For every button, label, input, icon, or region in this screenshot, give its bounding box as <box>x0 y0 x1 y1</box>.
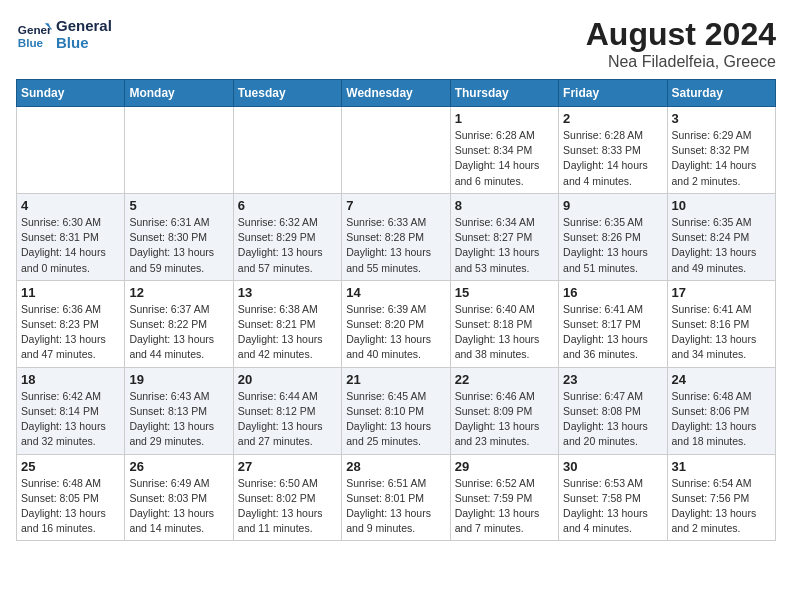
logo-icon: General Blue <box>16 16 52 52</box>
day-info: Sunrise: 6:50 AM Sunset: 8:02 PM Dayligh… <box>238 476 337 537</box>
day-info: Sunrise: 6:54 AM Sunset: 7:56 PM Dayligh… <box>672 476 771 537</box>
calendar-cell: 23Sunrise: 6:47 AM Sunset: 8:08 PM Dayli… <box>559 367 667 454</box>
day-info: Sunrise: 6:34 AM Sunset: 8:27 PM Dayligh… <box>455 215 554 276</box>
calendar-cell: 21Sunrise: 6:45 AM Sunset: 8:10 PM Dayli… <box>342 367 450 454</box>
logo-blue: Blue <box>56 34 112 51</box>
day-info: Sunrise: 6:33 AM Sunset: 8:28 PM Dayligh… <box>346 215 445 276</box>
day-info: Sunrise: 6:44 AM Sunset: 8:12 PM Dayligh… <box>238 389 337 450</box>
day-number: 19 <box>129 372 228 387</box>
weekday-header: Friday <box>559 80 667 107</box>
calendar-cell: 6Sunrise: 6:32 AM Sunset: 8:29 PM Daylig… <box>233 193 341 280</box>
logo-general: General <box>56 17 112 34</box>
day-number: 2 <box>563 111 662 126</box>
day-number: 3 <box>672 111 771 126</box>
day-info: Sunrise: 6:52 AM Sunset: 7:59 PM Dayligh… <box>455 476 554 537</box>
calendar-cell: 31Sunrise: 6:54 AM Sunset: 7:56 PM Dayli… <box>667 454 775 541</box>
day-number: 24 <box>672 372 771 387</box>
weekday-header: Saturday <box>667 80 775 107</box>
calendar-cell: 11Sunrise: 6:36 AM Sunset: 8:23 PM Dayli… <box>17 280 125 367</box>
day-number: 18 <box>21 372 120 387</box>
calendar-cell: 1Sunrise: 6:28 AM Sunset: 8:34 PM Daylig… <box>450 107 558 194</box>
month-year: August 2024 <box>586 16 776 53</box>
day-number: 31 <box>672 459 771 474</box>
calendar-cell: 12Sunrise: 6:37 AM Sunset: 8:22 PM Dayli… <box>125 280 233 367</box>
calendar-cell: 4Sunrise: 6:30 AM Sunset: 8:31 PM Daylig… <box>17 193 125 280</box>
day-number: 27 <box>238 459 337 474</box>
day-number: 15 <box>455 285 554 300</box>
calendar-cell: 15Sunrise: 6:40 AM Sunset: 8:18 PM Dayli… <box>450 280 558 367</box>
day-number: 28 <box>346 459 445 474</box>
calendar-cell: 13Sunrise: 6:38 AM Sunset: 8:21 PM Dayli… <box>233 280 341 367</box>
calendar-week-row: 25Sunrise: 6:48 AM Sunset: 8:05 PM Dayli… <box>17 454 776 541</box>
day-number: 21 <box>346 372 445 387</box>
day-info: Sunrise: 6:46 AM Sunset: 8:09 PM Dayligh… <box>455 389 554 450</box>
calendar-cell: 19Sunrise: 6:43 AM Sunset: 8:13 PM Dayli… <box>125 367 233 454</box>
calendar-cell: 28Sunrise: 6:51 AM Sunset: 8:01 PM Dayli… <box>342 454 450 541</box>
day-number: 11 <box>21 285 120 300</box>
calendar-cell: 17Sunrise: 6:41 AM Sunset: 8:16 PM Dayli… <box>667 280 775 367</box>
location: Nea Filadelfeia, Greece <box>586 53 776 71</box>
day-info: Sunrise: 6:49 AM Sunset: 8:03 PM Dayligh… <box>129 476 228 537</box>
day-number: 16 <box>563 285 662 300</box>
day-number: 22 <box>455 372 554 387</box>
calendar-cell <box>125 107 233 194</box>
calendar-cell: 22Sunrise: 6:46 AM Sunset: 8:09 PM Dayli… <box>450 367 558 454</box>
logo: General Blue General Blue <box>16 16 112 52</box>
day-info: Sunrise: 6:48 AM Sunset: 8:05 PM Dayligh… <box>21 476 120 537</box>
day-number: 20 <box>238 372 337 387</box>
calendar-cell: 5Sunrise: 6:31 AM Sunset: 8:30 PM Daylig… <box>125 193 233 280</box>
day-info: Sunrise: 6:35 AM Sunset: 8:26 PM Dayligh… <box>563 215 662 276</box>
weekday-header: Tuesday <box>233 80 341 107</box>
day-info: Sunrise: 6:29 AM Sunset: 8:32 PM Dayligh… <box>672 128 771 189</box>
day-info: Sunrise: 6:36 AM Sunset: 8:23 PM Dayligh… <box>21 302 120 363</box>
title-block: August 2024 Nea Filadelfeia, Greece <box>586 16 776 71</box>
calendar-cell: 7Sunrise: 6:33 AM Sunset: 8:28 PM Daylig… <box>342 193 450 280</box>
calendar-header-row: SundayMondayTuesdayWednesdayThursdayFrid… <box>17 80 776 107</box>
day-number: 23 <box>563 372 662 387</box>
weekday-header: Thursday <box>450 80 558 107</box>
day-number: 12 <box>129 285 228 300</box>
day-info: Sunrise: 6:40 AM Sunset: 8:18 PM Dayligh… <box>455 302 554 363</box>
day-info: Sunrise: 6:35 AM Sunset: 8:24 PM Dayligh… <box>672 215 771 276</box>
day-info: Sunrise: 6:32 AM Sunset: 8:29 PM Dayligh… <box>238 215 337 276</box>
day-number: 1 <box>455 111 554 126</box>
day-number: 9 <box>563 198 662 213</box>
calendar-cell <box>17 107 125 194</box>
calendar-cell: 8Sunrise: 6:34 AM Sunset: 8:27 PM Daylig… <box>450 193 558 280</box>
calendar: SundayMondayTuesdayWednesdayThursdayFrid… <box>16 79 776 541</box>
svg-text:Blue: Blue <box>18 36 44 49</box>
page-header: General Blue General Blue August 2024 Ne… <box>16 16 776 71</box>
day-info: Sunrise: 6:41 AM Sunset: 8:17 PM Dayligh… <box>563 302 662 363</box>
calendar-cell: 18Sunrise: 6:42 AM Sunset: 8:14 PM Dayli… <box>17 367 125 454</box>
calendar-week-row: 18Sunrise: 6:42 AM Sunset: 8:14 PM Dayli… <box>17 367 776 454</box>
day-info: Sunrise: 6:30 AM Sunset: 8:31 PM Dayligh… <box>21 215 120 276</box>
day-info: Sunrise: 6:37 AM Sunset: 8:22 PM Dayligh… <box>129 302 228 363</box>
calendar-week-row: 4Sunrise: 6:30 AM Sunset: 8:31 PM Daylig… <box>17 193 776 280</box>
calendar-cell: 29Sunrise: 6:52 AM Sunset: 7:59 PM Dayli… <box>450 454 558 541</box>
calendar-cell: 26Sunrise: 6:49 AM Sunset: 8:03 PM Dayli… <box>125 454 233 541</box>
day-number: 8 <box>455 198 554 213</box>
weekday-header: Sunday <box>17 80 125 107</box>
day-info: Sunrise: 6:47 AM Sunset: 8:08 PM Dayligh… <box>563 389 662 450</box>
day-number: 30 <box>563 459 662 474</box>
day-info: Sunrise: 6:39 AM Sunset: 8:20 PM Dayligh… <box>346 302 445 363</box>
day-info: Sunrise: 6:45 AM Sunset: 8:10 PM Dayligh… <box>346 389 445 450</box>
day-info: Sunrise: 6:53 AM Sunset: 7:58 PM Dayligh… <box>563 476 662 537</box>
day-info: Sunrise: 6:43 AM Sunset: 8:13 PM Dayligh… <box>129 389 228 450</box>
day-number: 5 <box>129 198 228 213</box>
day-number: 13 <box>238 285 337 300</box>
day-info: Sunrise: 6:41 AM Sunset: 8:16 PM Dayligh… <box>672 302 771 363</box>
calendar-cell: 9Sunrise: 6:35 AM Sunset: 8:26 PM Daylig… <box>559 193 667 280</box>
calendar-week-row: 1Sunrise: 6:28 AM Sunset: 8:34 PM Daylig… <box>17 107 776 194</box>
day-info: Sunrise: 6:42 AM Sunset: 8:14 PM Dayligh… <box>21 389 120 450</box>
day-number: 29 <box>455 459 554 474</box>
calendar-week-row: 11Sunrise: 6:36 AM Sunset: 8:23 PM Dayli… <box>17 280 776 367</box>
calendar-cell: 20Sunrise: 6:44 AM Sunset: 8:12 PM Dayli… <box>233 367 341 454</box>
calendar-cell: 27Sunrise: 6:50 AM Sunset: 8:02 PM Dayli… <box>233 454 341 541</box>
day-number: 17 <box>672 285 771 300</box>
day-info: Sunrise: 6:31 AM Sunset: 8:30 PM Dayligh… <box>129 215 228 276</box>
calendar-cell <box>233 107 341 194</box>
day-number: 14 <box>346 285 445 300</box>
calendar-cell: 30Sunrise: 6:53 AM Sunset: 7:58 PM Dayli… <box>559 454 667 541</box>
calendar-cell: 24Sunrise: 6:48 AM Sunset: 8:06 PM Dayli… <box>667 367 775 454</box>
